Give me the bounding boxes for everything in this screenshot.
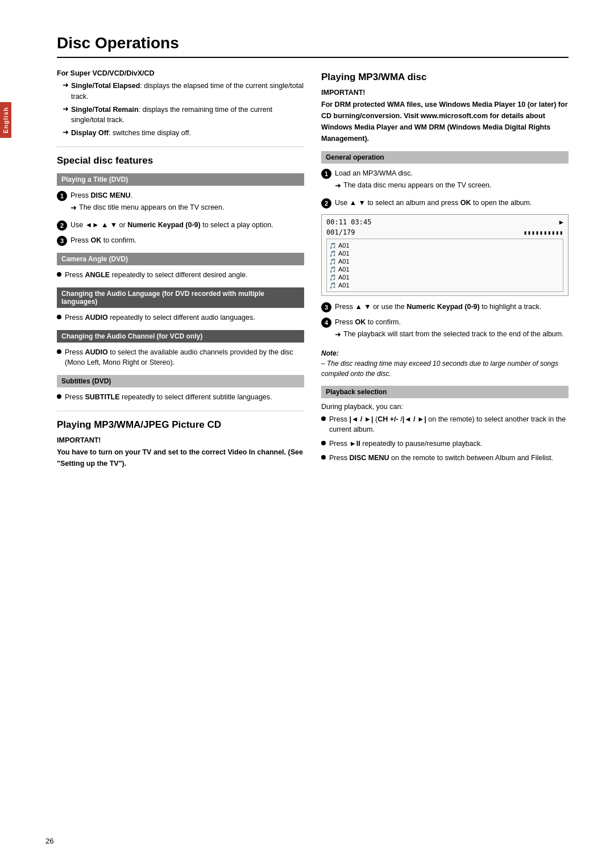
arrow-item-remain: ➜ Single/Total Remain: displays the rema… xyxy=(63,105,304,126)
mp3-wma-important-text: For DRM protected WMA files, use Windows… xyxy=(321,99,569,144)
page-number: 26 xyxy=(45,837,53,845)
audio-language-bullet: Press AUDIO repeatedly to select differe… xyxy=(57,312,304,323)
subtitles-dvd-bar: Subtitles (DVD) xyxy=(57,375,304,387)
display-progress-text: ▮▮▮▮▮▮▮▮▮▮ xyxy=(524,229,563,236)
mp3-wma-important: IMPORTANT! For DRM protected WMA files, … xyxy=(321,89,569,144)
playback-bullet-2: Press ►II repeatedly to pause/resume pla… xyxy=(321,439,569,449)
gop-step-2-text: Use ▲ ▼ to select an album and press OK … xyxy=(335,198,569,208)
note-box: Note: – The disc reading time may exceed… xyxy=(321,348,569,379)
bullet-dot-4 xyxy=(57,394,61,399)
track-list-item-2: 🎵 A01 xyxy=(329,249,561,257)
audio-channel-text: Press AUDIO to select the available audi… xyxy=(65,347,304,369)
step-num-3: 3 xyxy=(57,236,67,246)
mp3-jpeg-important-label: IMPORTANT! xyxy=(57,436,304,444)
bullet-dot-2 xyxy=(57,315,61,319)
gop-step-4: 4 Press OK to confirm. ➜ The playback wi… xyxy=(321,317,569,342)
page-container: English Disc Operations For Super VCD/VC… xyxy=(0,0,614,868)
subtitles-text: Press SUBTITLE repeatedly to select diff… xyxy=(65,392,304,403)
gop-step-num-4: 4 xyxy=(321,318,331,328)
track-label-6: A01 xyxy=(338,282,350,289)
special-disc-features: Special disc features Playing a Title (D… xyxy=(57,155,304,403)
audio-channel-bullet: Press AUDIO to select the available audi… xyxy=(57,347,304,369)
track-label-4: A01 xyxy=(338,266,350,273)
step-2-text: Use ◄► ▲ ▼ or Numeric Keypad (0-9) to se… xyxy=(70,220,304,231)
step-num-2: 2 xyxy=(57,220,67,231)
camera-angle-bullet: Press ANGLE repeatedly to select differe… xyxy=(57,270,304,281)
step-2-select: 2 Use ◄► ▲ ▼ or Numeric Keypad (0-9) to … xyxy=(57,220,304,231)
gop-step-4-arrow-text: The playback will start from the selecte… xyxy=(343,329,564,340)
track-icon-4: 🎵 xyxy=(329,266,336,273)
playing-mp3-wma-heading: Playing MP3/WMA disc xyxy=(321,72,569,83)
track-label-2: A01 xyxy=(338,250,350,257)
display-play-icon: ▶ xyxy=(559,218,563,226)
track-list-item-1: 🎵 A01 xyxy=(329,241,561,249)
audio-channel-bar: Changing the Audio Channel (for VCD only… xyxy=(57,330,304,343)
elapsed-text: Single/Total Elapsed: displays the elaps… xyxy=(71,81,304,102)
playing-mp3-wma-section: Playing MP3/WMA disc IMPORTANT! For DRM … xyxy=(321,72,569,464)
gop-step-3-text: Press ▲ ▼ or use the Numeric Keypad (0-9… xyxy=(335,302,569,312)
track-label-3: A01 xyxy=(338,258,350,265)
gop-step-1-arrow-text: The data disc menu appears on the TV scr… xyxy=(343,180,491,191)
step-1-disc-menu: 1 Press DISC MENU. ➜ The disc title menu… xyxy=(57,190,304,215)
step-3-confirm: 3 Press OK to confirm. xyxy=(57,235,304,246)
two-column-layout: For Super VCD/VCD/DivX/CD ➜ Single/Total… xyxy=(57,69,569,476)
subtitles-bullet: Press SUBTITLE repeatedly to select diff… xyxy=(57,392,304,403)
mp3-jpeg-important-text: You have to turn on your TV and set to t… xyxy=(57,446,304,469)
super-vcd-section: For Super VCD/VCD/DivX/CD ➜ Single/Total… xyxy=(57,69,304,139)
playing-mp3-jpeg-heading: Playing MP3/WMA/JPEG Picture CD xyxy=(57,419,304,431)
step-1-arrow-text: The disc title menu appears on the TV sc… xyxy=(79,202,224,213)
playback-intro: During playback, you can: xyxy=(321,403,569,411)
gop-step-1-text: Load an MP3/WMA disc. ➜ The data disc me… xyxy=(335,168,569,193)
arrow-icon-g1: ➜ xyxy=(335,180,341,191)
playback-text-3: Press DISC MENU on the remote to switch … xyxy=(329,453,569,464)
camera-angle-bar: Camera Angle (DVD) xyxy=(57,253,304,265)
mp3-wma-important-label: IMPORTANT! xyxy=(321,89,569,97)
note-text: Note: – The disc reading time may exceed… xyxy=(321,348,569,379)
camera-angle-text: Press ANGLE repeatedly to select differe… xyxy=(65,270,304,281)
step-1-text: Press DISC MENU. ➜ The disc title menu a… xyxy=(70,190,304,215)
arrow-icon-g4: ➜ xyxy=(335,329,341,340)
display-off-text: Display Off: switches time display off. xyxy=(71,128,191,139)
gop-step-num-3: 3 xyxy=(321,302,331,312)
playing-mp3-jpeg-section: Playing MP3/WMA/JPEG Picture CD IMPORTAN… xyxy=(57,419,304,469)
track-label-1: A01 xyxy=(338,242,350,249)
step-num-1: 1 xyxy=(57,191,67,201)
arrow-icon-s1: ➜ xyxy=(70,202,77,214)
special-disc-features-heading: Special disc features xyxy=(57,155,304,166)
display-track: 001/179 xyxy=(326,228,355,236)
super-vcd-heading: For Super VCD/VCD/DivX/CD xyxy=(57,69,304,77)
display-track-row: 001/179 ▮▮▮▮▮▮▮▮▮▮ xyxy=(326,228,563,236)
remain-text: Single/Total Remain: displays the remain… xyxy=(71,105,304,126)
gop-step-num-1: 1 xyxy=(321,169,331,179)
right-column: Playing MP3/WMA disc IMPORTANT! For DRM … xyxy=(321,69,569,476)
playback-dot-1 xyxy=(321,416,326,421)
playback-text-2: Press ►II repeatedly to pause/resume pla… xyxy=(329,439,569,449)
playback-selection-bar: Playback selection xyxy=(321,386,569,398)
playback-bullet-1: Press |◄ / ►| (CH +/- /|◄ / ►| on the re… xyxy=(321,414,569,436)
gop-step-4-text: Press OK to confirm. ➜ The playback will… xyxy=(335,317,569,342)
track-list-item-4: 🎵 A01 xyxy=(329,265,561,273)
language-tab: English xyxy=(0,102,11,138)
divider-1 xyxy=(57,147,304,147)
track-list-item-5: 🎵 A01 xyxy=(329,273,561,281)
playback-text-1: Press |◄ / ►| (CH +/- /|◄ / ►| on the re… xyxy=(329,414,569,436)
display-time-row: 00:11 03:45 ▶ xyxy=(326,218,563,226)
track-icon-5: 🎵 xyxy=(329,274,336,281)
arrow-icon-2: ➜ xyxy=(63,105,69,113)
track-icon-6: 🎵 xyxy=(329,282,336,289)
track-icon-3: 🎵 xyxy=(329,258,336,265)
bullet-dot-1 xyxy=(57,272,61,277)
bullet-dot-3 xyxy=(57,349,61,354)
track-list-item-3: 🎵 A01 xyxy=(329,257,561,265)
page-title: Disc Operations xyxy=(57,34,569,58)
gop-step-4-arrow: ➜ The playback will start from the selec… xyxy=(335,329,569,340)
playback-dot-2 xyxy=(321,441,326,445)
track-icon-1: 🎵 xyxy=(329,243,336,249)
playback-dot-3 xyxy=(321,455,326,460)
step-3-text: Press OK to confirm. xyxy=(70,235,304,246)
gop-step-3: 3 Press ▲ ▼ or use the Numeric Keypad (0… xyxy=(321,302,569,312)
gop-step-1: 1 Load an MP3/WMA disc. ➜ The data disc … xyxy=(321,168,569,193)
arrow-item-elapsed: ➜ Single/Total Elapsed: displays the ela… xyxy=(63,81,304,102)
gop-step-num-2: 2 xyxy=(321,198,331,208)
general-operation-bar: General operation xyxy=(321,151,569,164)
